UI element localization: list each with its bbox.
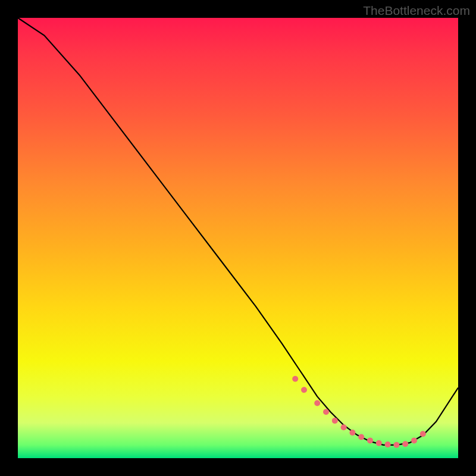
marker-point	[393, 442, 399, 448]
markers-group	[292, 376, 426, 448]
marker-point	[314, 400, 320, 406]
marker-point	[341, 424, 347, 430]
marker-point	[332, 418, 338, 424]
plot-area	[18, 18, 458, 458]
watermark-text: TheBottleneck.com	[363, 4, 470, 18]
curve-path	[18, 18, 458, 445]
marker-point	[367, 437, 373, 443]
chart-svg	[18, 18, 458, 458]
marker-point	[411, 437, 417, 443]
marker-point	[292, 376, 298, 382]
marker-point	[420, 431, 426, 437]
marker-point	[323, 409, 329, 415]
marker-point	[402, 441, 408, 447]
marker-point	[301, 387, 307, 393]
marker-point	[385, 441, 391, 447]
marker-point	[376, 440, 382, 446]
marker-point	[349, 430, 355, 436]
marker-point	[358, 434, 364, 440]
